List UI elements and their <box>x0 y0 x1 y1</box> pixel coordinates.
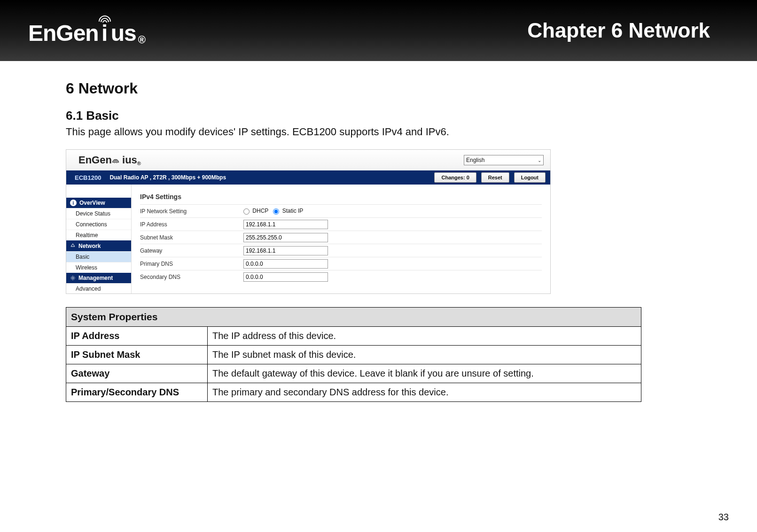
info-icon: i <box>70 200 77 206</box>
props-title: System Properties <box>66 308 641 327</box>
device-model: ECB1200 <box>66 174 109 181</box>
registered-mark: ® <box>138 34 146 46</box>
setting-label: IP Network Setting <box>140 208 243 215</box>
wifi-icon <box>112 154 122 166</box>
prop-key: IP Subnet Mask <box>66 346 208 364</box>
language-select[interactable]: English ⌄ <box>464 155 544 165</box>
setting-value <box>243 233 328 242</box>
setting-label: Primary DNS <box>140 261 243 267</box>
brand-logo: EnGen i us ® <box>28 15 146 46</box>
table-row: GatewayThe default gateway of this devic… <box>66 364 641 383</box>
sidebar-overview-label: OverView <box>79 200 105 206</box>
text-input[interactable] <box>243 272 328 282</box>
prop-key: IP Address <box>66 327 208 346</box>
setting-label: IP Address <box>140 221 243 228</box>
lead-paragraph: This page allows you modify devices' IP … <box>66 126 691 138</box>
setting-value <box>243 259 328 269</box>
sidebar-section-overview[interactable]: i OverView <box>66 198 131 208</box>
sidebar-item-advanced[interactable]: Advanced <box>66 283 131 294</box>
text-input[interactable] <box>243 220 328 229</box>
sidebar: i OverView Device Status Connections Rea… <box>66 185 132 293</box>
prop-value: The primary and secondary DNS address fo… <box>208 383 641 402</box>
setting-value <box>243 220 328 229</box>
sidebar-item-connections[interactable]: Connections <box>66 219 131 230</box>
setting-value: DHCP Static IP <box>243 208 308 214</box>
setting-label: Secondary DNS <box>140 274 243 280</box>
text-input[interactable] <box>243 259 328 269</box>
ui-brand-text-right: us <box>125 154 137 166</box>
changes-button[interactable]: Changes: 0 <box>434 172 476 183</box>
ui-brand-logo: EnGen i us ® <box>78 154 141 166</box>
ui-brand-wifi-i: i <box>112 154 125 166</box>
sidebar-network-label: Network <box>78 243 101 249</box>
setting-row: Secondary DNS <box>140 270 542 283</box>
section-heading: 6 Network <box>66 80 691 97</box>
ui-registered-mark: ® <box>137 161 141 166</box>
setting-label: Gateway <box>140 247 243 254</box>
setting-value <box>243 246 328 255</box>
prop-value: The IP subnet mask of this device. <box>208 346 641 364</box>
ui-topbar: EnGen i us ® <box>66 150 550 170</box>
table-row: IP AddressThe IP address of this device. <box>66 327 641 346</box>
radio-input[interactable] <box>273 208 279 215</box>
brand-wifi-i: i <box>98 15 112 46</box>
table-row: IP Subnet MaskThe IP subnet mask of this… <box>66 346 641 364</box>
prop-key: Primary/Secondary DNS <box>66 383 208 402</box>
setting-row: IP Address <box>140 217 542 231</box>
setting-row: Gateway <box>140 244 542 257</box>
sidebar-section-network[interactable]: Network <box>66 240 131 251</box>
system-properties-table: System Properties IP AddressThe IP addre… <box>66 307 641 402</box>
brand-text-i: i <box>101 20 108 46</box>
device-description: Dual Radio AP , 2T2R , 300Mbps + 900Mbps <box>109 174 226 181</box>
setting-row: Subnet Mask <box>140 231 542 244</box>
gear-icon <box>70 275 76 281</box>
settings-panel: IPv4 Settings IP Network Setting DHCP St… <box>132 185 550 293</box>
setting-row: Primary DNS <box>140 257 542 270</box>
setting-row: IP Network Setting DHCP Static IP <box>140 204 542 217</box>
prop-value: The default gateway of this device. Leav… <box>208 364 641 383</box>
ui-brand-text-left: EnGen <box>78 154 112 166</box>
table-row: Primary/Secondary DNSThe primary and sec… <box>66 383 641 402</box>
sidebar-item-realtime[interactable]: Realtime <box>66 230 131 240</box>
setting-label: Subnet Mask <box>140 234 243 241</box>
brand-text-right: us <box>111 20 136 46</box>
page-number: 33 <box>718 512 729 523</box>
subsection-heading: 6.1 Basic <box>66 108 691 123</box>
embedded-ui: EnGen i us ® <box>66 149 551 294</box>
language-value: English <box>466 157 484 163</box>
radio-option[interactable]: Static IP <box>273 208 303 214</box>
reset-button[interactable]: Reset <box>481 172 509 183</box>
network-icon <box>70 242 76 249</box>
sidebar-item-wireless[interactable]: Wireless <box>66 262 131 273</box>
svg-point-0 <box>72 277 74 279</box>
prop-value: The IP address of this device. <box>208 327 641 346</box>
text-input[interactable] <box>243 233 328 242</box>
radio-input[interactable] <box>243 208 250 215</box>
radio-option[interactable]: DHCP <box>243 208 268 214</box>
sidebar-section-management[interactable]: Management <box>66 273 131 283</box>
chapter-title: Chapter 6 Network <box>527 19 710 42</box>
sidebar-management-label: Management <box>78 275 113 281</box>
chevron-down-icon: ⌄ <box>538 158 541 163</box>
text-input[interactable] <box>243 246 328 255</box>
brand-text-left: EnGen <box>28 20 99 46</box>
ui-toolbar: ECB1200 Dual Radio AP , 2T2R , 300Mbps +… <box>66 170 550 185</box>
prop-key: Gateway <box>66 364 208 383</box>
setting-value <box>243 272 328 282</box>
panel-title: IPv4 Settings <box>140 193 542 200</box>
sidebar-item-basic[interactable]: Basic <box>66 251 131 262</box>
logout-button[interactable]: Logout <box>514 172 546 183</box>
sidebar-item-device-status[interactable]: Device Status <box>66 208 131 219</box>
page-header: EnGen i us ® Chapter 6 Network <box>0 0 757 61</box>
